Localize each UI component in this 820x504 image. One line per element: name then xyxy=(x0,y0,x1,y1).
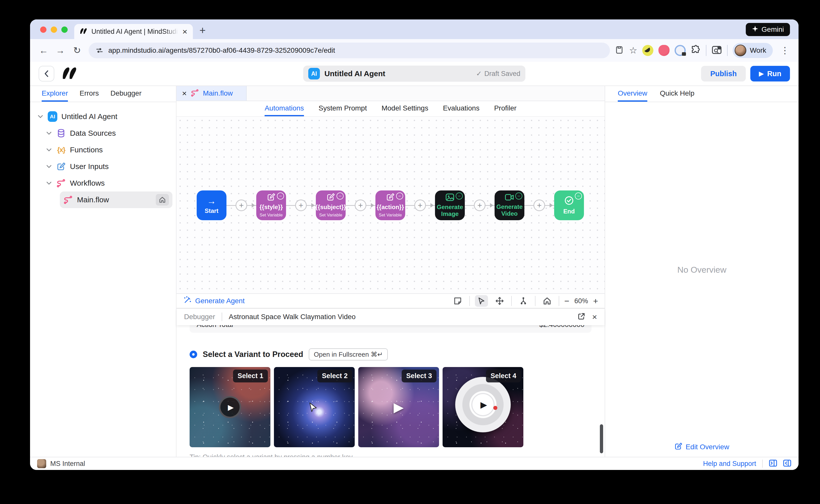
pan-tool-icon[interactable] xyxy=(493,295,506,307)
auto-layout-icon[interactable] xyxy=(517,295,530,307)
minus-badge-icon[interactable]: − xyxy=(277,192,284,200)
tree-item-user-inputs[interactable]: User Inputs xyxy=(42,158,172,175)
back-button[interactable]: ← xyxy=(37,43,51,58)
workspace-avatar xyxy=(37,459,46,468)
tab-system-prompt[interactable]: System Prompt xyxy=(319,101,367,116)
open-external-icon[interactable] xyxy=(577,312,585,321)
chevron-down-icon[interactable] xyxy=(46,148,52,152)
new-tab-button[interactable]: + xyxy=(199,24,206,37)
chevron-down-icon[interactable] xyxy=(46,181,52,185)
tab-errors[interactable]: Errors xyxy=(79,86,99,102)
tab-profiler[interactable]: Profiler xyxy=(494,101,516,116)
variant-3-thumbnail[interactable]: ▶ Select 3 xyxy=(358,367,439,447)
add-step-button[interactable]: + xyxy=(295,200,307,211)
toggle-left-panel-icon[interactable] xyxy=(783,459,791,468)
debugger-body[interactable]: Action Total $2.400000000 Select a Varia… xyxy=(176,325,604,457)
add-step-button[interactable]: + xyxy=(533,200,545,211)
chevron-down-icon[interactable] xyxy=(46,165,52,168)
tab-evaluations[interactable]: Evaluations xyxy=(443,101,479,116)
add-step-button[interactable]: + xyxy=(474,200,485,211)
browser-tab[interactable]: Untitled AI Agent | MindStudi × xyxy=(74,24,193,39)
forward-button[interactable]: → xyxy=(53,43,67,58)
profile-button[interactable]: Work xyxy=(733,43,773,58)
cursor-tool-icon[interactable] xyxy=(475,295,488,307)
minus-badge-icon[interactable]: − xyxy=(515,192,522,200)
pencil-edit-icon xyxy=(327,193,335,202)
tree-item-functions[interactable]: {x} Functions xyxy=(42,142,172,158)
add-step-button[interactable]: + xyxy=(414,200,426,211)
toggle-right-panel-icon[interactable] xyxy=(769,459,777,468)
side-panel-search-icon[interactable] xyxy=(712,45,722,56)
edit-overview-link[interactable]: Edit Overview xyxy=(675,442,729,452)
tab-quick-help[interactable]: Quick Help xyxy=(660,86,695,102)
variant-4-thumbnail[interactable]: ▶ Select 4 xyxy=(443,367,523,447)
variant-2-badge[interactable]: Select 2 xyxy=(317,370,352,382)
open-fullscreen-button[interactable]: Open in Fullscreen ⌘↵ xyxy=(309,348,388,360)
minus-badge-icon[interactable]: − xyxy=(337,192,344,200)
site-settings-icon[interactable] xyxy=(95,46,104,55)
tree-item-data-sources[interactable]: Data Sources xyxy=(42,125,172,142)
run-button[interactable]: ▶ Run xyxy=(750,66,790,81)
play-icon: ▶ xyxy=(394,400,404,415)
node-generate-video[interactable]: − Generate Video xyxy=(495,190,524,220)
app-back-button[interactable] xyxy=(39,66,54,81)
node-subject[interactable]: − {{subject}} Set Variable xyxy=(316,190,346,220)
variant-1-badge[interactable]: Select 1 xyxy=(233,370,268,382)
extensions-puzzle-icon[interactable] xyxy=(691,45,701,56)
tree-item-agent[interactable]: AI Untitled AI Agent xyxy=(34,108,172,125)
close-icon[interactable]: × xyxy=(592,312,597,322)
scrollbar-thumb[interactable] xyxy=(600,424,603,453)
variant-1-thumbnail[interactable]: ▶ Select 1 xyxy=(189,367,271,447)
tab-overview[interactable]: Overview xyxy=(618,86,647,102)
tab-automations[interactable]: Automations xyxy=(265,101,304,116)
window-zoom-button[interactable] xyxy=(61,26,68,33)
variant-4-badge[interactable]: Select 4 xyxy=(486,370,521,382)
minus-badge-icon[interactable]: − xyxy=(575,192,582,200)
node-generate-image[interactable]: − Generate Image xyxy=(435,190,465,220)
add-step-button[interactable]: + xyxy=(236,200,247,211)
publish-button[interactable]: Publish xyxy=(701,66,746,81)
node-style[interactable]: − {{style}} Set Variable xyxy=(256,190,286,220)
generate-agent-button[interactable]: Generate Agent xyxy=(183,296,245,306)
chevron-down-icon[interactable] xyxy=(37,115,44,118)
save-bookmark-icon[interactable] xyxy=(614,45,624,56)
sticky-note-icon[interactable] xyxy=(451,295,464,307)
toolbar-right: ☆ Work ⋮ xyxy=(614,43,792,58)
tree-item-workflows[interactable]: Workflows xyxy=(42,175,172,191)
browser-menu-icon[interactable]: ⋮ xyxy=(778,45,792,56)
extension-yellow-icon[interactable] xyxy=(642,45,654,56)
zoom-in-button[interactable]: + xyxy=(593,296,598,306)
node-action[interactable]: − {{action}} Set Variable xyxy=(375,190,405,220)
file-tab-main-flow[interactable]: × Main.flow xyxy=(176,86,247,101)
flow-canvas[interactable]: → Start + − {{style}} Set Variable + xyxy=(176,117,604,293)
node-end[interactable]: − End xyxy=(554,190,584,220)
home-view-icon[interactable] xyxy=(540,295,554,307)
variant-3-badge[interactable]: Select 3 xyxy=(402,370,436,382)
bookmark-star-icon[interactable]: ☆ xyxy=(629,45,637,56)
add-step-button[interactable]: + xyxy=(355,200,366,211)
reload-button[interactable]: ↻ xyxy=(70,43,84,58)
tab-model-settings[interactable]: Model Settings xyxy=(381,101,428,116)
home-button[interactable] xyxy=(156,194,169,206)
agent-title-pill[interactable]: AI Untitled AI Agent ✓ Draft Saved xyxy=(303,66,525,82)
workspace-switcher[interactable]: MS Internal xyxy=(37,459,85,468)
extension-strawberry-icon[interactable] xyxy=(659,45,670,56)
window-minimize-button[interactable] xyxy=(51,26,57,33)
url-bar[interactable]: app.mindstudio.ai/agents/857270b0-af06-4… xyxy=(89,43,610,58)
node-start[interactable]: → Start xyxy=(197,190,227,220)
help-support-link[interactable]: Help and Support xyxy=(703,460,756,468)
chevron-down-icon[interactable] xyxy=(46,131,52,135)
extension-password-lock-icon[interactable] xyxy=(675,45,686,56)
tab-debugger[interactable]: Debugger xyxy=(110,86,142,102)
gemini-button[interactable]: Gemini xyxy=(746,23,790,36)
mindstudio-logo[interactable] xyxy=(61,66,78,81)
minus-badge-icon[interactable]: − xyxy=(396,192,403,200)
minus-badge-icon[interactable]: − xyxy=(456,192,463,200)
tree-item-main-flow[interactable]: Main.flow xyxy=(60,191,172,208)
tab-close-icon[interactable]: × xyxy=(182,27,187,36)
tab-explorer[interactable]: Explorer xyxy=(42,86,68,102)
zoom-out-button[interactable]: − xyxy=(564,296,569,306)
close-icon[interactable]: × xyxy=(182,89,187,98)
window-close-button[interactable] xyxy=(40,26,46,33)
variant-2-thumbnail[interactable]: Select 2 xyxy=(274,367,355,447)
